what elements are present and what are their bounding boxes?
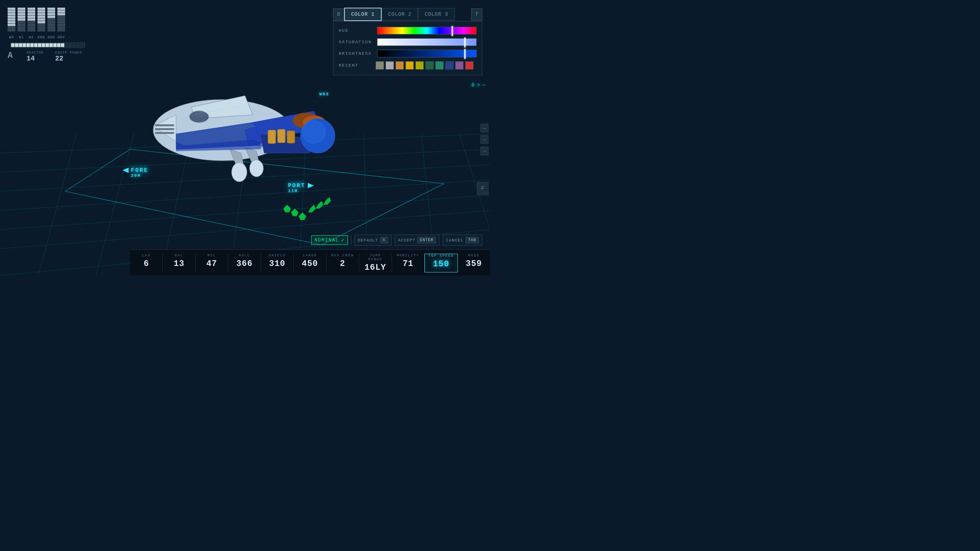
edge-control-3[interactable]: — — [480, 147, 488, 155]
port-label: PORT 11M — [288, 183, 314, 193]
edge-control-2[interactable]: — — [480, 135, 488, 144]
sat-row: SATURATION — [339, 38, 477, 46]
color-tabs: D COLOR 1 COLOR 2 COLOR 3 T — [333, 8, 482, 21]
color-tab-3[interactable]: COLOR 3 — [418, 8, 455, 21]
reactor-letter: A — [8, 51, 13, 60]
bar-label-w2: W2 — [29, 36, 34, 39]
recent-color-5[interactable] — [425, 61, 434, 70]
hue-slider[interactable] — [377, 27, 477, 34]
bri-slider[interactable] — [377, 50, 477, 57]
reactor-block: REACTOR 14 — [26, 51, 44, 62]
recent-color-7[interactable] — [445, 61, 454, 70]
recent-color-3[interactable] — [405, 61, 414, 70]
fore-label: FORE 20M — [122, 167, 149, 178]
color-tab-1[interactable]: COLOR 1 — [344, 8, 382, 21]
sat-label: SATURATION — [339, 40, 373, 44]
stat-topspeed: TOP SPEED 150 — [425, 254, 457, 272]
stat-jumprange-header: JUMP RANGE — [362, 254, 388, 261]
f-button[interactable]: F — [477, 182, 488, 195]
color-tab-t[interactable]: T — [471, 8, 482, 21]
hue-row: HUE — [339, 27, 477, 34]
svg-point-29 — [250, 160, 263, 177]
bar-label-w0: W0 — [9, 36, 14, 39]
recent-color-0[interactable] — [376, 61, 384, 70]
stat-shield-header: SHIELD — [264, 254, 290, 258]
weapon-bar-eng: ENG — [38, 8, 45, 39]
weapon-bars: W0 W1 — [8, 8, 85, 39]
stat-mass-value: 359 — [461, 259, 487, 269]
stat-topspeed-header: TOP SPEED — [428, 254, 454, 258]
recent-color-6[interactable] — [435, 61, 444, 70]
bar-label-shd: SHD — [47, 36, 55, 39]
color-tab-2[interactable]: COLOR 2 — [382, 8, 418, 21]
svg-rect-36 — [155, 132, 174, 134]
bottom-action-bar: NOMINAL ✓ DEFAULT X ACCEPT ENTER CANCEL … — [311, 235, 482, 246]
default-button[interactable]: DEFAULT X — [354, 235, 392, 246]
stat-topspeed-value: 150 — [428, 259, 454, 269]
ship-model: FORE 20M PORT 11M W02 — [100, 46, 360, 214]
equip-value: 22 — [55, 55, 82, 62]
equip-block: EQUIP POWER 22 — [55, 51, 82, 62]
power-track — [10, 42, 85, 48]
weapon-bar-shd: SHD — [47, 8, 55, 39]
stat-las-value: 6 — [133, 259, 159, 269]
cancel-button[interactable]: CANCEL TAB — [443, 235, 482, 246]
recent-color-9[interactable] — [465, 61, 474, 70]
sat-slider[interactable] — [377, 38, 477, 46]
svg-point-40 — [302, 121, 325, 143]
hue-label: HUE — [339, 28, 373, 33]
accept-key: ENTER — [417, 237, 436, 243]
stat-mass: MASS 359 — [458, 254, 490, 272]
svg-point-33 — [189, 111, 209, 122]
svg-rect-32 — [287, 131, 295, 143]
stat-bal: BAL 13 — [163, 254, 195, 272]
stat-shield: SHIELD 310 — [261, 254, 294, 272]
svg-point-28 — [232, 163, 247, 182]
bri-label: BRIGHTNESS — [339, 51, 373, 56]
right-edge-controls: 0 > — — — — F — [469, 81, 490, 195]
svg-rect-35 — [155, 128, 174, 130]
stat-maxcrew-value: 2 — [330, 259, 356, 269]
recent-colors — [376, 61, 474, 70]
equip-label: EQUIP POWER — [55, 51, 82, 55]
stat-maxcrew-header: MAX CREW — [330, 254, 356, 258]
ship-svg — [100, 46, 360, 214]
stat-jumprange-value: 16LY — [362, 263, 388, 272]
bottom-stats-bar: LAS 6 BAL 13 MSL 47 HULL 366 SHIELD 310 … — [130, 249, 490, 276]
weapon-bar-grv: GRV — [57, 8, 65, 39]
cancel-key: TAB — [466, 237, 479, 243]
weapon-bar-w2: W2 — [28, 8, 35, 39]
reactor-label: REACTOR — [26, 51, 44, 55]
stat-las-header: LAS — [133, 254, 159, 258]
top-left-panel: W0 W1 — [8, 8, 85, 62]
stat-mobility: MOBILITY 71 — [392, 254, 425, 272]
stat-las: LAS 6 — [130, 254, 163, 272]
reactor-info: A REACTOR 14 EQUIP POWER 22 — [8, 51, 85, 62]
stat-mobility-header: MOBILITY — [395, 254, 421, 258]
recent-color-8[interactable] — [455, 61, 464, 70]
recent-color-1[interactable] — [385, 61, 394, 70]
stat-hull-header: HULL — [231, 254, 257, 258]
recent-label: RECENT — [339, 63, 373, 68]
stat-cargo: CARGO 450 — [294, 254, 326, 272]
stat-bal-header: BAL — [166, 254, 192, 258]
recent-color-2[interactable] — [395, 61, 404, 70]
cancel-label: CANCEL — [446, 238, 464, 243]
top-right-panel: D COLOR 1 COLOR 2 COLOR 3 T HUE SATURATI… — [333, 8, 482, 75]
default-key: X — [380, 237, 388, 243]
edge-control-1[interactable]: — — [480, 124, 488, 132]
stat-maxcrew: MAX CREW 2 — [327, 254, 359, 272]
nominal-check: ✓ — [341, 237, 344, 243]
recent-color-4[interactable] — [415, 61, 424, 70]
bar-label-w1: W1 — [19, 36, 24, 39]
stat-hull-value: 366 — [231, 259, 257, 269]
recent-row: RECENT — [339, 61, 477, 70]
color-tab-d[interactable]: D — [333, 8, 344, 21]
bar-label-grv: GRV — [57, 36, 65, 39]
accept-button[interactable]: ACCEPT ENTER — [395, 235, 440, 246]
svg-rect-34 — [155, 124, 174, 126]
default-label: DEFAULT — [358, 238, 378, 243]
stat-shield-value: 310 — [264, 259, 290, 269]
accept-label: ACCEPT — [398, 238, 416, 243]
svg-rect-30 — [268, 130, 276, 143]
